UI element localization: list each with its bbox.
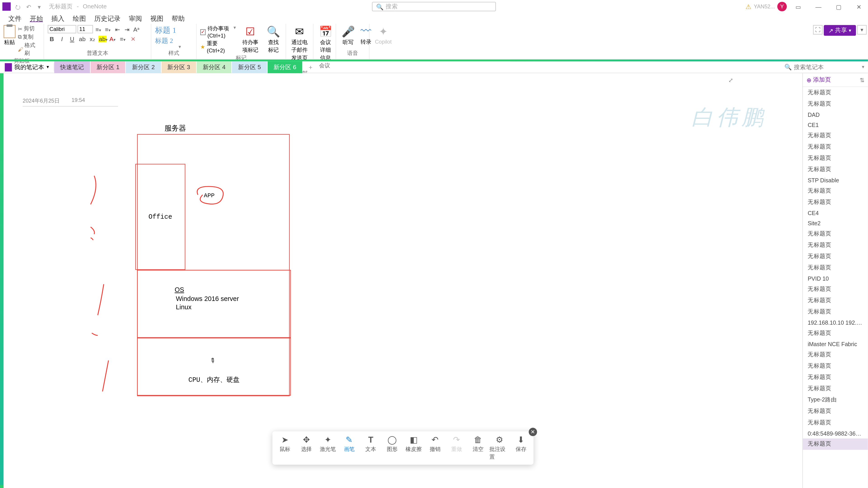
todo-mark-button[interactable]: ☑待办事项标记 bbox=[239, 25, 262, 54]
page-list-item[interactable]: CE4 bbox=[803, 208, 868, 218]
page-list-item[interactable]: 无标题页 bbox=[803, 306, 868, 318]
page-list-item[interactable]: 无标题页 bbox=[803, 406, 868, 417]
section-tab-4[interactable]: 新分区 4 bbox=[197, 61, 231, 73]
tags-more-icon[interactable]: ▾ bbox=[234, 25, 236, 31]
page-list-item[interactable]: 无标题页 bbox=[803, 164, 868, 175]
tab-draw[interactable]: 绘图 bbox=[69, 13, 90, 24]
anno-save[interactable]: ⬇保存 bbox=[511, 434, 531, 462]
align-button[interactable]: ≡▾ bbox=[119, 36, 127, 42]
indent-button[interactable]: ⇥ bbox=[123, 26, 131, 33]
ribbon-collapse[interactable]: ▾ bbox=[857, 25, 867, 35]
font-color-button[interactable]: A▾ bbox=[108, 36, 117, 42]
anno-shape[interactable]: ◯图形 bbox=[382, 434, 402, 462]
section-tab-3[interactable]: 新分区 3 bbox=[161, 61, 196, 73]
tab-insert[interactable]: 插入 bbox=[48, 13, 68, 24]
anno-close-button[interactable]: ✕ bbox=[529, 428, 537, 436]
warning-icon[interactable]: ⚠ bbox=[745, 3, 751, 10]
tab-view[interactable]: 视图 bbox=[147, 13, 167, 24]
notebook-search[interactable]: 🔍 ▾ bbox=[784, 64, 864, 70]
font-size-select[interactable] bbox=[78, 25, 93, 33]
fullscreen-toggle[interactable]: ⛶ bbox=[813, 25, 823, 35]
italic-button[interactable]: I bbox=[58, 36, 66, 42]
page-list-item[interactable]: PVID 10 bbox=[803, 273, 868, 284]
avatar[interactable]: Y bbox=[777, 2, 787, 11]
sort-pages-icon[interactable]: ⇅ bbox=[860, 76, 864, 83]
anno-settings[interactable]: ⚙批注设置 bbox=[489, 434, 510, 462]
tab-home[interactable]: 开始 bbox=[26, 13, 46, 24]
delete-format-button[interactable]: ✕ bbox=[129, 36, 137, 42]
save-icon[interactable]: ⭮ bbox=[14, 3, 22, 10]
meeting-button[interactable]: 📅会议详细信息 bbox=[317, 25, 334, 62]
page-canvas[interactable]: ⤢ 2024年6月25日19:54 服务器 Office APP OS Wind… bbox=[4, 73, 802, 488]
page-list-item[interactable]: 无标题页 bbox=[803, 328, 868, 339]
add-section-button[interactable]: ＋ bbox=[303, 61, 318, 73]
section-tab-5[interactable]: 新分区 5 bbox=[232, 61, 267, 73]
notebook-dropdown[interactable]: 我的笔记本 ▾ bbox=[0, 63, 54, 71]
tab-help[interactable]: 帮助 bbox=[168, 13, 188, 24]
page-list-item[interactable]: 无标题页 bbox=[803, 349, 868, 360]
page-list-item[interactable]: 无标题页 bbox=[803, 141, 868, 153]
close-button[interactable]: ✕ bbox=[850, 1, 868, 13]
page-list-item[interactable]: 无标题页 bbox=[803, 87, 868, 98]
undo-icon[interactable]: ↶ bbox=[25, 3, 32, 10]
page-list-item[interactable]: 无标题页 bbox=[803, 130, 868, 141]
tab-file[interactable]: 文件 bbox=[5, 13, 25, 24]
page-list-item[interactable]: 无标题页 bbox=[803, 372, 868, 383]
page-list-item[interactable]: DAD bbox=[803, 109, 868, 120]
format-painter-button[interactable]: 🖌格式刷 bbox=[18, 42, 40, 57]
page-list-item[interactable]: 无标题页 bbox=[803, 284, 868, 295]
page-list-item[interactable]: Site2 bbox=[803, 218, 868, 228]
clear-format-button[interactable]: Aᵃ bbox=[132, 26, 141, 33]
page-list-item[interactable]: 无标题页 bbox=[803, 360, 868, 372]
todo-tag[interactable]: ✓待办事项 (Ctrl+1) bbox=[200, 25, 231, 39]
anno-undo[interactable]: ↶撤销 bbox=[425, 434, 445, 462]
subscript-button[interactable]: x₂ bbox=[88, 36, 96, 42]
global-search[interactable]: 🔍 搜索 bbox=[372, 2, 496, 11]
anno-text[interactable]: T文本 bbox=[361, 434, 381, 462]
highlight-button[interactable]: ab▾ bbox=[98, 36, 107, 42]
page-list-item[interactable]: 无标题页 bbox=[803, 98, 868, 109]
qat-dd-icon[interactable]: ▾ bbox=[36, 3, 43, 10]
numbering-button[interactable]: ≡▾ bbox=[104, 26, 112, 33]
cut-button[interactable]: ✂剪切 bbox=[18, 25, 40, 33]
page-list-item[interactable]: 无标题页 bbox=[803, 383, 868, 394]
paste-button[interactable]: 粘贴 bbox=[4, 25, 16, 46]
section-tab-1[interactable]: 新分区 1 bbox=[91, 61, 125, 73]
strike-button[interactable]: ab bbox=[78, 36, 86, 42]
find-tags-button[interactable]: 🔍查找标记 bbox=[265, 25, 282, 54]
page-list-item[interactable]: 0:48:5489-9882-3603:32... bbox=[803, 428, 868, 438]
page-list-item[interactable]: 无标题页 bbox=[803, 251, 868, 262]
tab-history[interactable]: 历史记录 bbox=[91, 13, 124, 24]
share-button[interactable]: ↗共享▾ bbox=[824, 25, 856, 36]
username-label[interactable]: YAN52... bbox=[754, 4, 775, 9]
anno-clear[interactable]: 🗑清空 bbox=[468, 434, 488, 462]
section-tab-6[interactable]: 新分区 6 bbox=[268, 61, 302, 73]
outdent-button[interactable]: ⇤ bbox=[113, 26, 122, 33]
expand-canvas-icon[interactable]: ⤢ bbox=[728, 77, 733, 84]
font-name-select[interactable] bbox=[48, 25, 76, 33]
page-list-item[interactable]: iMaster NCE Fabric bbox=[803, 339, 868, 349]
section-tab-0[interactable]: 快速笔记 bbox=[54, 61, 90, 73]
add-page-button[interactable]: ⊕添加页 bbox=[807, 76, 831, 84]
page-list-item[interactable]: 无标题页 bbox=[803, 239, 868, 251]
important-tag[interactable]: ★重要 (Ctrl+2) bbox=[200, 40, 231, 54]
page-list-item[interactable]: STP Disable bbox=[803, 175, 868, 185]
anno-mouse[interactable]: ➤鼠标 bbox=[275, 434, 295, 462]
page-list-item[interactable]: Type-2路由 bbox=[803, 394, 868, 406]
page-list-item[interactable]: 无标题页 bbox=[803, 262, 868, 273]
page-list-item[interactable]: 无标题页 bbox=[803, 228, 868, 239]
tab-review[interactable]: 审阅 bbox=[125, 13, 146, 24]
bold-button[interactable]: B bbox=[48, 36, 56, 42]
page-list-item[interactable]: 无标题页 bbox=[803, 197, 868, 208]
anno-select[interactable]: ✥选择 bbox=[296, 434, 317, 462]
anno-pen[interactable]: ✎画笔 bbox=[339, 434, 360, 462]
dictate-button[interactable]: 🎤听写 bbox=[340, 25, 356, 46]
page-list-item[interactable]: 无标题页 bbox=[803, 185, 868, 197]
minimize-button[interactable]: — bbox=[809, 1, 827, 13]
page-list-item[interactable]: 192.168.10.10 192.168... bbox=[803, 318, 868, 328]
ribbon-options-icon[interactable]: ▭ bbox=[789, 1, 807, 13]
maximize-button[interactable]: ▢ bbox=[830, 1, 848, 13]
page-list-item[interactable]: CE1 bbox=[803, 120, 868, 130]
underline-button[interactable]: U bbox=[68, 36, 76, 42]
page-list-item[interactable]: 无标题页 bbox=[803, 417, 868, 428]
